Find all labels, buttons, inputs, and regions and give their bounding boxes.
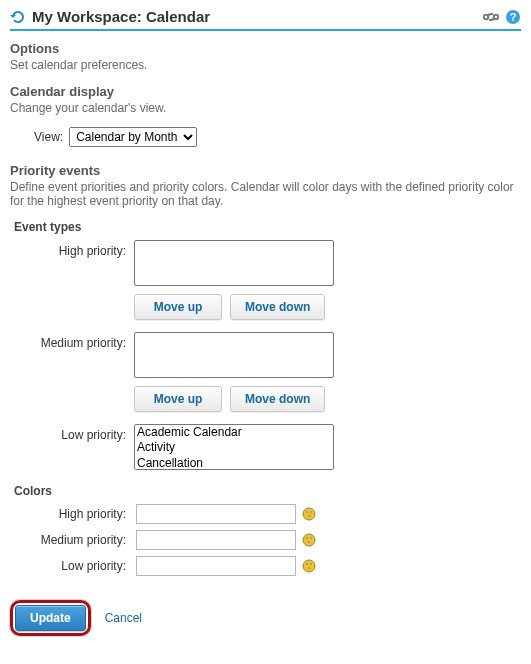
high-priority-label: High priority: [20,240,130,258]
svg-point-6 [310,511,312,513]
colors-heading: Colors [14,484,521,498]
help-icon[interactable]: ? [505,9,521,25]
svg-point-12 [303,560,315,572]
link-icon[interactable] [483,11,499,23]
priority-desc: Define event priorities and priority col… [10,180,521,208]
high-color-input[interactable] [136,504,296,524]
svg-point-5 [306,511,308,513]
view-label: View: [34,130,63,144]
medium-color-input[interactable] [136,530,296,550]
high-move-up-button[interactable]: Move up [134,294,222,320]
priority-heading: Priority events [10,163,521,178]
update-button[interactable]: Update [15,605,86,631]
refresh-icon[interactable] [10,9,26,25]
low-priority-label: Low priority: [20,424,130,442]
low-color-input[interactable] [136,556,296,576]
svg-point-13 [306,563,308,565]
svg-point-15 [308,567,310,569]
svg-point-1 [494,14,498,18]
color-picker-icon[interactable] [302,533,326,547]
high-priority-list[interactable] [134,240,334,286]
medium-priority-list[interactable] [134,332,334,378]
medium-move-down-button[interactable]: Move down [230,386,325,412]
high-color-label: High priority: [20,507,130,521]
medium-priority-label: Medium priority: [20,332,130,350]
options-heading: Options [10,41,521,56]
svg-point-7 [308,515,310,517]
svg-text:?: ? [510,11,517,23]
display-heading: Calendar display [10,84,521,99]
svg-point-8 [303,534,315,546]
medium-color-label: Medium priority: [20,533,130,547]
page-title: My Workspace: Calendar [32,8,483,25]
svg-point-11 [308,541,310,543]
event-types-heading: Event types [14,220,521,234]
cancel-link[interactable]: Cancel [105,611,142,625]
high-move-down-button[interactable]: Move down [230,294,325,320]
svg-point-9 [306,537,308,539]
page-header: My Workspace: Calendar ? [10,8,521,31]
svg-point-14 [310,563,312,565]
medium-move-up-button[interactable]: Move up [134,386,222,412]
update-highlight: Update [10,600,91,636]
svg-point-0 [484,14,488,18]
color-picker-icon[interactable] [302,507,326,521]
options-desc: Set calendar preferences. [10,58,521,72]
color-picker-icon[interactable] [302,559,326,573]
display-desc: Change your calendar's view. [10,101,521,115]
svg-point-4 [303,508,315,520]
view-select[interactable]: Calendar by Month [69,127,197,147]
low-color-label: Low priority: [20,559,130,573]
low-priority-list[interactable]: Academic CalendarActivityCancellation [134,424,334,470]
svg-point-10 [310,537,312,539]
